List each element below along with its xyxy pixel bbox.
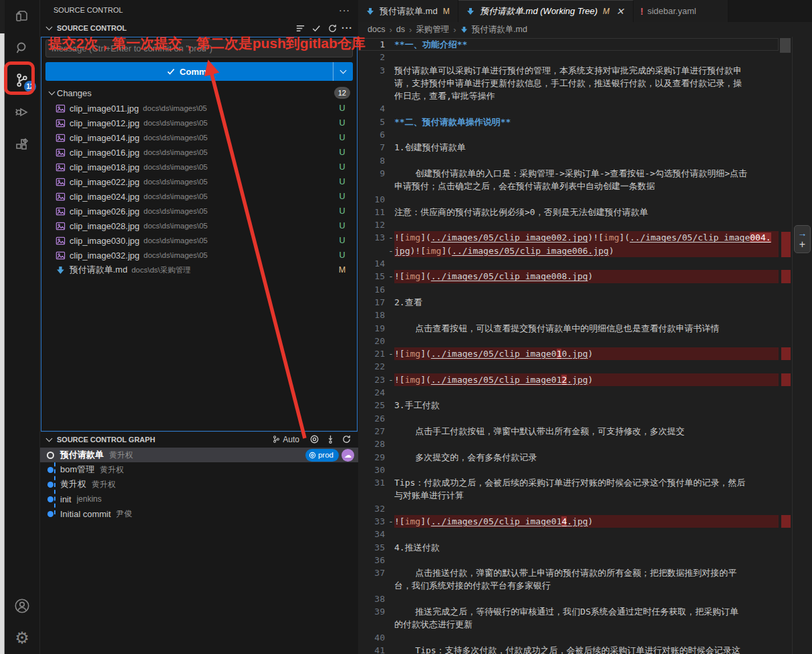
scm-section-header[interactable]: SOURCE CONTROL ··· — [40, 20, 358, 36]
editor-row[interactable]: 4 — [358, 102, 779, 115]
editor-row[interactable]: 26 — [358, 412, 779, 425]
file-row[interactable]: clip_image028.jpgdocs\ds\images\05U — [45, 218, 353, 233]
editor-row[interactable]: 11注意：供应商的预付请款比例必须>0，否则是无法创建预付请款单 — [358, 206, 779, 218]
editor-row[interactable]: 12 — [358, 218, 779, 231]
editor-row[interactable]: 28 — [358, 438, 779, 450]
editor-row[interactable]: 253.手工付款 — [358, 399, 779, 412]
file-row[interactable]: clip_image014.jpgdocs\ds\images\05U — [45, 130, 353, 145]
editor-row[interactable]: 3预付请款单可以采购订单进行预付的管理，本系统支持对审批完成的采购订单进行预付款… — [358, 64, 779, 77]
editor-row[interactable]: 的付款状态进行更新 — [358, 618, 779, 631]
editor-row[interactable]: 27 点击手工付款按钮，弹窗中默认带出所有金额，可支持修改，多次提交 — [358, 425, 779, 438]
editor-row[interactable]: 38 — [358, 593, 779, 605]
editor-row[interactable]: 5**二、预付请款单操作说明** — [358, 116, 779, 128]
editor-row[interactable]: 13-![img](../images/05/clip_image002.jpg… — [358, 231, 779, 244]
close-icon[interactable]: ✕ — [616, 6, 624, 17]
graph-auto-selector[interactable]: Auto — [272, 435, 299, 444]
editor-row[interactable]: 2 — [358, 51, 779, 63]
editor-row[interactable]: 申请预付；点击确定之后，会在预付请款单列表中自动创建一条数据 — [358, 180, 779, 192]
editor-row[interactable]: 71.创建预付请款单 — [358, 141, 779, 154]
file-row[interactable]: clip_image030.jpgdocs\ds\images\05U — [45, 233, 353, 248]
editor-row[interactable]: 10 — [358, 193, 779, 206]
scm-more-actions-icon[interactable]: ··· — [342, 23, 353, 33]
explorer-icon[interactable] — [5, 0, 40, 32]
editor-row[interactable]: 18 — [358, 309, 779, 321]
extensions-icon[interactable] — [5, 128, 40, 160]
commit-dot-icon — [47, 482, 53, 488]
tab-prepayment-md-working-tree[interactable]: 预付请款单.md (Working Tree) M ✕ — [458, 0, 634, 22]
editor-row[interactable]: 请，支持预付申请单进行更新付款信息，手工付款，推送银行付款，以及查看付款记录，操 — [358, 77, 779, 90]
commit-message-input[interactable] — [45, 39, 353, 57]
graph-commit-row[interactable]: initjenkins — [40, 492, 358, 506]
graph-commit-row[interactable]: Initial commit尹俊 — [40, 506, 358, 521]
source-control-icon[interactable]: 12 — [5, 64, 40, 96]
editor-row[interactable]: 23-![img](../images/05/clip_image012.jpg… — [358, 373, 779, 386]
editor-row[interactable]: 37 点击推送付款，弹窗的默认带上申请的预付请款的所有金额；把把数据推到对接的平 — [358, 566, 779, 579]
stage-plus-icon[interactable]: + — [799, 239, 805, 250]
editor-row[interactable]: 34 — [358, 528, 779, 540]
editor-row[interactable]: 19 点击查看按钮，可以查看提交预付请款单中的明细信息也是查看付款申请书详情 — [358, 322, 779, 335]
search-icon[interactable] — [5, 32, 40, 64]
file-row[interactable]: clip_image016.jpgdocs\ds\images\05U — [45, 145, 353, 160]
editor-row[interactable]: 32 — [358, 502, 779, 515]
editor-row[interactable]: 172.查看 — [358, 296, 779, 309]
file-row[interactable]: clip_image022.jpgdocs\ds\images\05U — [45, 174, 353, 189]
editor-row[interactable]: 8 — [358, 154, 779, 167]
editor-row[interactable]: 15-![img](../images/05/clip_image008.jpg… — [358, 270, 779, 283]
view-sort-icon[interactable] — [293, 21, 307, 35]
run-debug-icon[interactable] — [5, 96, 40, 128]
editor-row[interactable]: 20 — [358, 335, 779, 347]
editor-row[interactable]: 33-![img](../images/05/clip_image014.jpg… — [358, 515, 779, 528]
editor-row[interactable]: 31Tips：付款成功之后，会被后续的采购订单进行对账的时候会记录这个预付单的记… — [358, 476, 779, 489]
file-row[interactable]: clip_image032.jpgdocs\ds\images\05U — [45, 248, 353, 263]
refresh-icon[interactable] — [325, 21, 339, 35]
settings-gear-icon[interactable]: ⚙ — [5, 622, 40, 654]
editor-row[interactable]: 14 — [358, 257, 779, 270]
editor-row[interactable]: 22 — [358, 360, 779, 373]
editor-row[interactable]: 6 — [358, 128, 779, 141]
account-icon[interactable] — [5, 590, 40, 622]
editor-row[interactable]: 与对账单进行计算 — [358, 489, 779, 502]
graph-commit-row[interactable]: 预付请款单黄升权prod☁ — [40, 448, 358, 462]
file-row[interactable]: clip_image012.jpgdocs\ds\images\05U — [45, 116, 353, 130]
graph-commit-row[interactable]: 黄升权黄升权 — [40, 477, 358, 492]
editor-row[interactable]: 21-![img](../images/05/clip_image010.jpg… — [358, 347, 779, 360]
editor-row[interactable]: 36 — [358, 554, 779, 566]
editor-row[interactable]: 39 推送完成之后，等待银行的审核通过，我们DS系统会通过定时任务获取，把采购订… — [358, 605, 779, 618]
tab-prepayment-md[interactable]: 预付请款单.md M — [358, 0, 458, 22]
commit-dropdown-button[interactable] — [333, 62, 353, 81]
file-row[interactable]: clip_image024.jpgdocs\ds\images\05U — [45, 189, 353, 204]
editor-row[interactable]: 24 — [358, 386, 779, 399]
file-row[interactable]: 预付请款单.mddocs\ds\采购管理M — [45, 263, 353, 277]
image-icon — [55, 206, 65, 216]
commit-check-icon[interactable] — [309, 21, 323, 35]
refresh-graph-icon[interactable] — [340, 433, 353, 446]
editor-row[interactable]: 9 创建预付请款单的入口是：采购管理->采购订单->查看按钮->勾选预付请款明细… — [358, 167, 779, 180]
editor-row[interactable]: 16 — [358, 283, 779, 296]
breadcrumb[interactable]: docs› ds› 采购管理› 预付请款单.md — [358, 22, 812, 37]
editor-row[interactable]: 作日志，查看,审批等操作 — [358, 90, 779, 102]
editor-row[interactable]: 40 — [358, 631, 779, 644]
goto-current-commit-icon[interactable] — [307, 433, 321, 446]
editor-row[interactable]: 354.推送付款 — [358, 541, 779, 554]
sidebar-more-actions-icon[interactable]: ··· — [339, 5, 350, 15]
file-row[interactable]: clip_image018.jpgdocs\ds\images\05U — [45, 160, 353, 174]
changes-header[interactable]: Changes 12 — [45, 85, 353, 101]
file-row[interactable]: clip_image026.jpgdocs\ds\images\05U — [45, 204, 353, 218]
inline-diff-widget[interactable]: → + — [794, 225, 811, 253]
editor-row[interactable]: 30 — [358, 464, 779, 476]
editor-row[interactable]: 台，我们系统对接的付款平台有多家银行 — [358, 579, 779, 592]
graph-section-header[interactable]: SOURCE CONTROL GRAPH Auto — [40, 432, 358, 446]
revert-arrow-icon[interactable]: → — [798, 228, 807, 238]
scrollbar-thumb[interactable] — [780, 38, 791, 53]
editor-row[interactable]: 29 多次提交的，会有多条付款记录 — [358, 451, 779, 464]
file-row[interactable]: clip_image011.jpgdocs\ds\images\05U — [45, 101, 353, 116]
editor-lines[interactable]: 1**一、功能介绍**23预付请款单可以采购订单进行预付的管理，本系统支持对审批… — [358, 37, 779, 654]
editor-row[interactable]: 41 Tips：支持多次付款，付款成功之后，会被后续的采购订单进行对账的时候会记… — [358, 644, 779, 654]
fetch-icon[interactable] — [323, 433, 337, 446]
tab-sidebar-yaml[interactable]: ! sidebar.yaml — [634, 0, 728, 22]
graph-commit-row[interactable]: bom管理黄升权 — [40, 462, 358, 477]
commit-button[interactable]: Commit — [45, 62, 353, 81]
editor-scrollbar[interactable] — [779, 37, 792, 654]
editor-row[interactable]: -jpg)![img](../images/05/clip_image006.j… — [358, 244, 779, 257]
editor-row[interactable]: 1**一、功能介绍** — [358, 38, 779, 51]
